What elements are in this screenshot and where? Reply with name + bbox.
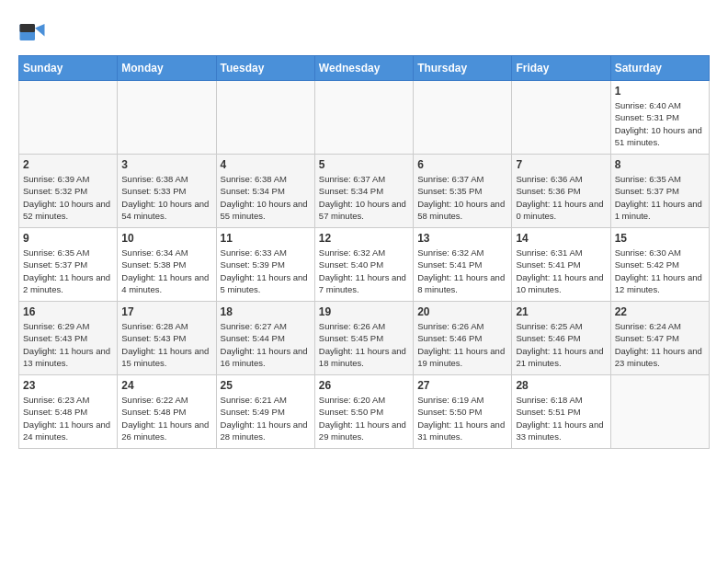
calendar-cell: 5Sunrise: 6:37 AM Sunset: 5:34 PM Daylig… xyxy=(314,155,413,228)
calendar-table: SundayMondayTuesdayWednesdayThursdayFrid… xyxy=(18,55,710,449)
weekday-header: Friday xyxy=(512,56,610,81)
calendar-cell: 22Sunrise: 6:24 AM Sunset: 5:47 PM Dayli… xyxy=(610,302,709,375)
day-number: 1 xyxy=(615,85,705,98)
logo-icon xyxy=(18,18,46,46)
day-info: Sunrise: 6:36 AM Sunset: 5:36 PM Dayligh… xyxy=(516,173,606,222)
calendar-cell: 28Sunrise: 6:18 AM Sunset: 5:51 PM Dayli… xyxy=(512,375,610,449)
calendar-cell xyxy=(414,81,512,155)
calendar-cell: 10Sunrise: 6:34 AM Sunset: 5:38 PM Dayli… xyxy=(118,228,216,302)
day-number: 25 xyxy=(221,379,311,392)
calendar-cell xyxy=(216,81,314,155)
day-number: 2 xyxy=(23,158,113,171)
calendar-cell: 27Sunrise: 6:19 AM Sunset: 5:50 PM Dayli… xyxy=(414,375,512,449)
calendar-cell: 17Sunrise: 6:28 AM Sunset: 5:43 PM Dayli… xyxy=(118,302,216,375)
logo xyxy=(18,18,50,46)
calendar-cell: 19Sunrise: 6:26 AM Sunset: 5:45 PM Dayli… xyxy=(314,302,413,375)
calendar-cell: 1Sunrise: 6:40 AM Sunset: 5:31 PM Daylig… xyxy=(610,81,709,155)
day-number: 6 xyxy=(417,158,507,171)
day-number: 7 xyxy=(516,158,606,171)
day-number: 22 xyxy=(615,305,705,318)
calendar-cell: 21Sunrise: 6:25 AM Sunset: 5:46 PM Dayli… xyxy=(512,302,610,375)
calendar-cell xyxy=(512,81,610,155)
day-number: 16 xyxy=(23,305,113,318)
day-info: Sunrise: 6:37 AM Sunset: 5:35 PM Dayligh… xyxy=(417,173,507,222)
calendar-cell xyxy=(610,375,709,449)
day-number: 19 xyxy=(319,305,409,318)
day-info: Sunrise: 6:35 AM Sunset: 5:37 PM Dayligh… xyxy=(615,173,705,222)
day-info: Sunrise: 6:27 AM Sunset: 5:44 PM Dayligh… xyxy=(221,320,311,369)
calendar-cell: 6Sunrise: 6:37 AM Sunset: 5:35 PM Daylig… xyxy=(414,155,512,228)
calendar-week-row: 16Sunrise: 6:29 AM Sunset: 5:43 PM Dayli… xyxy=(19,302,710,375)
day-number: 23 xyxy=(23,379,113,392)
day-info: Sunrise: 6:30 AM Sunset: 5:42 PM Dayligh… xyxy=(615,247,705,295)
day-number: 21 xyxy=(516,305,606,318)
calendar-cell: 3Sunrise: 6:38 AM Sunset: 5:33 PM Daylig… xyxy=(118,155,216,228)
day-info: Sunrise: 6:33 AM Sunset: 5:39 PM Dayligh… xyxy=(221,247,311,295)
day-info: Sunrise: 6:23 AM Sunset: 5:48 PM Dayligh… xyxy=(23,394,113,442)
day-info: Sunrise: 6:37 AM Sunset: 5:34 PM Dayligh… xyxy=(319,173,409,222)
weekday-header: Monday xyxy=(118,56,216,81)
calendar-cell: 24Sunrise: 6:22 AM Sunset: 5:48 PM Dayli… xyxy=(118,375,216,449)
weekday-header: Wednesday xyxy=(314,56,413,81)
day-info: Sunrise: 6:22 AM Sunset: 5:48 PM Dayligh… xyxy=(121,394,211,442)
day-number: 17 xyxy=(121,305,211,318)
day-info: Sunrise: 6:18 AM Sunset: 5:51 PM Dayligh… xyxy=(516,394,606,442)
calendar-cell: 7Sunrise: 6:36 AM Sunset: 5:36 PM Daylig… xyxy=(512,155,610,228)
calendar-cell: 25Sunrise: 6:21 AM Sunset: 5:49 PM Dayli… xyxy=(216,375,314,449)
calendar-cell xyxy=(118,81,216,155)
calendar-cell: 9Sunrise: 6:35 AM Sunset: 5:37 PM Daylig… xyxy=(19,228,118,302)
day-info: Sunrise: 6:31 AM Sunset: 5:41 PM Dayligh… xyxy=(516,247,606,295)
calendar-cell: 23Sunrise: 6:23 AM Sunset: 5:48 PM Dayli… xyxy=(19,375,118,449)
day-number: 24 xyxy=(121,379,211,392)
weekday-header: Saturday xyxy=(610,56,709,81)
weekday-header: Thursday xyxy=(414,56,512,81)
day-info: Sunrise: 6:39 AM Sunset: 5:32 PM Dayligh… xyxy=(23,173,113,222)
day-number: 8 xyxy=(615,158,705,171)
day-number: 3 xyxy=(121,158,211,171)
day-number: 9 xyxy=(23,232,113,245)
day-info: Sunrise: 6:25 AM Sunset: 5:46 PM Dayligh… xyxy=(516,320,606,369)
calendar-week-row: 2Sunrise: 6:39 AM Sunset: 5:32 PM Daylig… xyxy=(19,155,710,228)
day-number: 5 xyxy=(319,158,409,171)
day-info: Sunrise: 6:38 AM Sunset: 5:33 PM Dayligh… xyxy=(121,173,211,222)
weekday-header: Sunday xyxy=(19,56,118,81)
day-info: Sunrise: 6:21 AM Sunset: 5:49 PM Dayligh… xyxy=(221,394,311,442)
calendar-week-row: 1Sunrise: 6:40 AM Sunset: 5:31 PM Daylig… xyxy=(19,81,710,155)
day-info: Sunrise: 6:26 AM Sunset: 5:46 PM Dayligh… xyxy=(417,320,507,369)
calendar-body: 1Sunrise: 6:40 AM Sunset: 5:31 PM Daylig… xyxy=(19,81,710,449)
calendar-cell: 16Sunrise: 6:29 AM Sunset: 5:43 PM Dayli… xyxy=(19,302,118,375)
svg-marker-2 xyxy=(35,24,45,37)
day-number: 10 xyxy=(121,232,211,245)
day-number: 27 xyxy=(417,379,507,392)
day-info: Sunrise: 6:40 AM Sunset: 5:31 PM Dayligh… xyxy=(615,99,705,148)
calendar-cell: 14Sunrise: 6:31 AM Sunset: 5:41 PM Dayli… xyxy=(512,228,610,302)
calendar-cell: 2Sunrise: 6:39 AM Sunset: 5:32 PM Daylig… xyxy=(19,155,118,228)
day-info: Sunrise: 6:38 AM Sunset: 5:34 PM Dayligh… xyxy=(221,173,311,222)
weekday-header: Tuesday xyxy=(216,56,314,81)
day-number: 18 xyxy=(221,305,311,318)
day-info: Sunrise: 6:20 AM Sunset: 5:50 PM Dayligh… xyxy=(319,394,409,442)
day-info: Sunrise: 6:35 AM Sunset: 5:37 PM Dayligh… xyxy=(23,247,113,295)
calendar-cell: 15Sunrise: 6:30 AM Sunset: 5:42 PM Dayli… xyxy=(610,228,709,302)
day-number: 12 xyxy=(319,232,409,245)
calendar-week-row: 9Sunrise: 6:35 AM Sunset: 5:37 PM Daylig… xyxy=(19,228,710,302)
calendar-cell xyxy=(314,81,413,155)
day-number: 28 xyxy=(516,379,606,392)
calendar-cell: 12Sunrise: 6:32 AM Sunset: 5:40 PM Dayli… xyxy=(314,228,413,302)
svg-rect-1 xyxy=(20,24,36,32)
day-info: Sunrise: 6:29 AM Sunset: 5:43 PM Dayligh… xyxy=(23,320,113,369)
day-number: 20 xyxy=(417,305,507,318)
day-info: Sunrise: 6:32 AM Sunset: 5:40 PM Dayligh… xyxy=(319,247,409,295)
calendar-cell xyxy=(19,81,118,155)
day-number: 14 xyxy=(516,232,606,245)
day-info: Sunrise: 6:24 AM Sunset: 5:47 PM Dayligh… xyxy=(615,320,705,369)
page-header xyxy=(18,18,710,46)
day-info: Sunrise: 6:32 AM Sunset: 5:41 PM Dayligh… xyxy=(417,247,507,295)
day-info: Sunrise: 6:26 AM Sunset: 5:45 PM Dayligh… xyxy=(319,320,409,369)
weekday-header-row: SundayMondayTuesdayWednesdayThursdayFrid… xyxy=(19,56,710,81)
calendar-cell: 26Sunrise: 6:20 AM Sunset: 5:50 PM Dayli… xyxy=(314,375,413,449)
day-info: Sunrise: 6:19 AM Sunset: 5:50 PM Dayligh… xyxy=(417,394,507,442)
calendar-header: SundayMondayTuesdayWednesdayThursdayFrid… xyxy=(19,56,710,81)
day-number: 15 xyxy=(615,232,705,245)
day-number: 13 xyxy=(417,232,507,245)
